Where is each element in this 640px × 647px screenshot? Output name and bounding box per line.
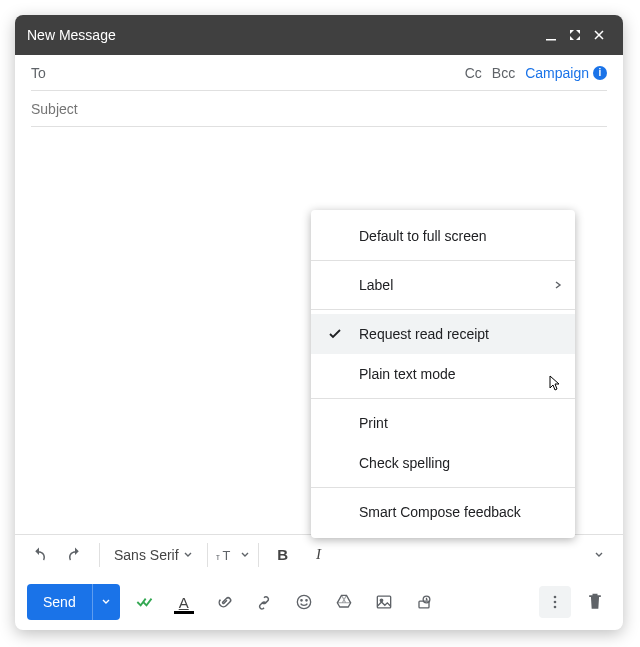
chevron-down-icon (594, 550, 604, 560)
undo-button[interactable] (23, 539, 55, 571)
check-icon (327, 326, 343, 342)
window-title: New Message (27, 27, 116, 43)
confidential-button[interactable] (408, 586, 440, 618)
font-family-label: Sans Serif (114, 547, 179, 563)
info-icon: i (593, 66, 607, 80)
more-options-button[interactable] (539, 586, 571, 618)
redo-button[interactable] (59, 539, 91, 571)
subject-input[interactable] (31, 101, 607, 117)
spellcheck-button[interactable] (128, 586, 160, 618)
image-button[interactable] (368, 586, 400, 618)
menu-smart-compose[interactable]: Smart Compose feedback (311, 492, 575, 532)
campaign-link[interactable]: Campaign i (525, 65, 607, 81)
menu-separator (311, 309, 575, 310)
emoji-button[interactable] (288, 586, 320, 618)
send-more-button[interactable] (92, 584, 120, 620)
svg-rect-6 (377, 596, 390, 608)
send-button-group: Send (27, 584, 120, 620)
format-toolbar: Sans Serif тT B I (15, 534, 623, 574)
fullscreen-button[interactable] (563, 23, 587, 47)
svg-text:т: т (216, 552, 220, 561)
svg-point-12 (554, 606, 557, 609)
attach-button[interactable] (208, 586, 240, 618)
menu-read-receipt[interactable]: Request read receipt (311, 314, 575, 354)
menu-label[interactable]: Label (311, 265, 575, 305)
menu-check-spelling[interactable]: Check spelling (311, 443, 575, 483)
compose-window: New Message To Cc Bcc Campaign i (15, 15, 623, 630)
subject-field-row[interactable] (31, 91, 607, 127)
font-size-button[interactable]: тT (216, 539, 250, 571)
menu-default-fullscreen[interactable]: Default to full screen (311, 216, 575, 256)
chevron-down-icon (101, 597, 111, 607)
chevron-down-icon (183, 550, 193, 560)
italic-button[interactable]: I (303, 539, 335, 571)
more-options-menu: Default to full screen Label Request rea… (311, 210, 575, 538)
to-label: To (31, 65, 46, 81)
bold-button[interactable]: B (267, 539, 299, 571)
menu-separator (311, 398, 575, 399)
bottom-toolbar: Send A (15, 574, 623, 630)
link-button[interactable] (248, 586, 280, 618)
font-family-selector[interactable]: Sans Serif (108, 547, 199, 563)
svg-point-5 (306, 600, 307, 601)
menu-print[interactable]: Print (311, 403, 575, 443)
to-field-row[interactable]: To Cc Bcc Campaign i (31, 55, 607, 91)
svg-point-3 (297, 595, 310, 608)
bcc-link[interactable]: Bcc (492, 65, 515, 81)
menu-plain-text[interactable]: Plain text mode (311, 354, 575, 394)
svg-point-10 (554, 596, 557, 599)
svg-point-4 (301, 600, 302, 601)
close-button[interactable] (587, 23, 611, 47)
campaign-label: Campaign (525, 65, 589, 81)
chevron-down-icon (240, 550, 250, 560)
cc-link[interactable]: Cc (465, 65, 482, 81)
format-more-button[interactable] (583, 539, 615, 571)
drive-button[interactable] (328, 586, 360, 618)
chevron-right-icon (553, 280, 563, 290)
header-fields: To Cc Bcc Campaign i (15, 55, 623, 127)
to-input[interactable] (54, 65, 465, 81)
send-button[interactable]: Send (27, 584, 92, 620)
minimize-button[interactable] (539, 23, 563, 47)
menu-separator (311, 260, 575, 261)
svg-rect-0 (546, 39, 556, 41)
svg-point-11 (554, 601, 557, 604)
discard-button[interactable] (579, 586, 611, 618)
menu-separator (311, 487, 575, 488)
svg-text:T: T (222, 547, 230, 562)
text-color-button[interactable]: A (168, 586, 200, 618)
titlebar: New Message (15, 15, 623, 55)
